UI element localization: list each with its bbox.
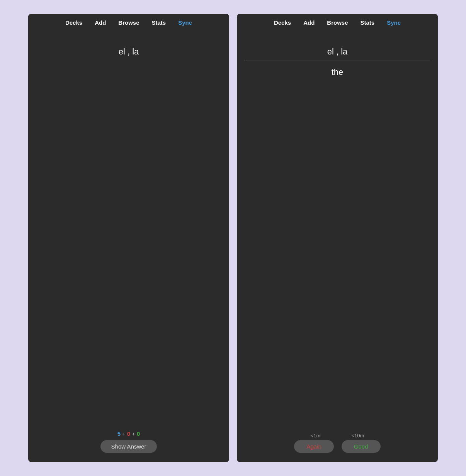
left-count-learn: 0 <box>127 430 130 437</box>
left-nav-decks[interactable]: Decks <box>65 19 82 26</box>
right-nav-add[interactable]: Add <box>303 19 315 26</box>
left-card-window: Decks Add Browse Stats Sync el , la 5 + … <box>28 14 229 462</box>
left-count-review: 0 <box>137 430 140 437</box>
left-card-body: el , la <box>28 31 229 424</box>
right-card-back-text: the <box>332 67 344 77</box>
left-nav-stats[interactable]: Stats <box>152 19 166 26</box>
left-nav-add[interactable]: Add <box>95 19 106 26</box>
right-card-footer: <1m <10m Again Good <box>237 427 438 462</box>
left-nav-bar: Decks Add Browse Stats Sync <box>28 14 229 31</box>
answer-divider <box>245 61 430 61</box>
left-nav-browse[interactable]: Browse <box>118 19 139 26</box>
right-nav-decks[interactable]: Decks <box>274 19 291 26</box>
again-button[interactable]: Again <box>294 440 333 453</box>
show-answer-button[interactable]: Show Answer <box>100 440 157 453</box>
right-card-window: Decks Add Browse Stats Sync el , la the … <box>237 14 438 462</box>
right-nav-browse[interactable]: Browse <box>327 19 348 26</box>
right-nav-stats[interactable]: Stats <box>361 19 375 26</box>
left-count-new: 5 <box>117 430 121 437</box>
answer-btns-row: Again Good <box>245 440 430 453</box>
left-count-sep1: + <box>122 430 126 437</box>
right-nav-bar: Decks Add Browse Stats Sync <box>237 14 438 31</box>
left-card-front-text: el , la <box>119 47 139 57</box>
left-card-footer: 5 + 0 + 0 Show Answer <box>28 424 229 462</box>
right-card-body: el , la the <box>237 31 438 427</box>
right-nav-sync[interactable]: Sync <box>387 19 401 26</box>
right-card-front-text: el , la <box>327 47 348 57</box>
answer-buttons-container: <1m <10m Again Good <box>245 433 430 453</box>
time-labels-row: <1m <10m <box>245 433 430 439</box>
left-count-sep2: + <box>132 430 135 437</box>
good-time-label: <10m <box>351 433 364 439</box>
left-nav-sync[interactable]: Sync <box>178 19 192 26</box>
again-time-label: <1m <box>311 433 321 439</box>
good-button[interactable]: Good <box>342 440 381 453</box>
left-count-row: 5 + 0 + 0 <box>117 430 140 437</box>
